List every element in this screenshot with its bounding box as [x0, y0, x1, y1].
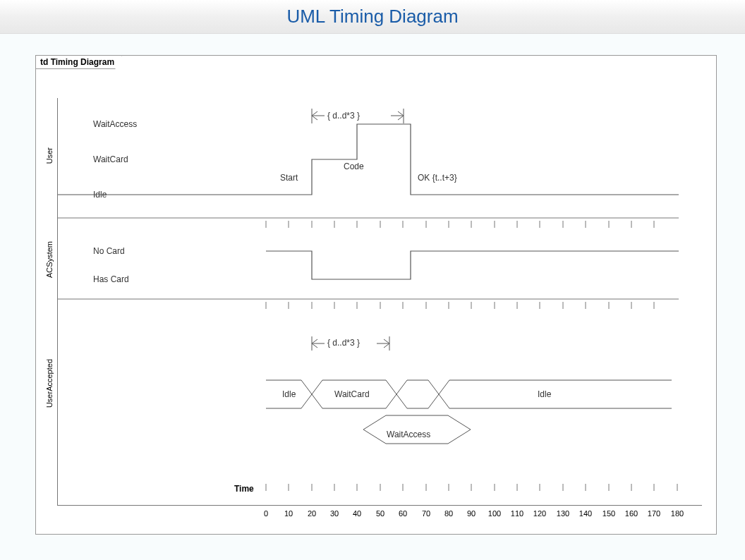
- lifeline-useraccepted-label: UserAccepted: [45, 359, 54, 408]
- lifeline-acsystem-label: ACSystem: [45, 241, 54, 278]
- tick-140: 140: [575, 509, 596, 518]
- tick-10: 10: [278, 509, 299, 518]
- tick-150: 150: [598, 509, 619, 518]
- tick-110: 110: [507, 509, 528, 518]
- page-header: UML Timing Diagram: [0, 0, 745, 34]
- useraccepted-timeline: [58, 310, 693, 465]
- tick-100: 100: [484, 509, 505, 518]
- lifeline-user-label: User: [45, 147, 54, 164]
- tick-160: 160: [621, 509, 642, 518]
- tick-40: 40: [346, 509, 368, 518]
- frame-label: td Timing Diagram: [35, 55, 122, 69]
- tick-50: 50: [370, 509, 391, 518]
- tick-80: 80: [438, 509, 459, 518]
- timing-diagram-frame: td Timing Diagram User WaitAccess WaitCa…: [35, 55, 717, 535]
- tick-20: 20: [301, 509, 322, 518]
- user-timeline: [58, 98, 693, 229]
- tick-70: 70: [416, 509, 437, 518]
- time-axis-ticks: [58, 484, 693, 505]
- page-title: UML Timing Diagram: [286, 6, 458, 27]
- tick-90: 90: [461, 509, 482, 518]
- tick-30: 30: [324, 509, 345, 518]
- tick-180: 180: [667, 509, 688, 518]
- lifelines-area: User WaitAccess WaitCard Idle { d..d*3 }…: [57, 98, 702, 506]
- tick-60: 60: [392, 509, 413, 518]
- acsystem-timeline: [58, 229, 693, 310]
- tick-120: 120: [529, 509, 550, 518]
- tick-170: 170: [643, 509, 665, 518]
- tick-0: 0: [255, 509, 277, 518]
- tick-130: 130: [552, 509, 574, 518]
